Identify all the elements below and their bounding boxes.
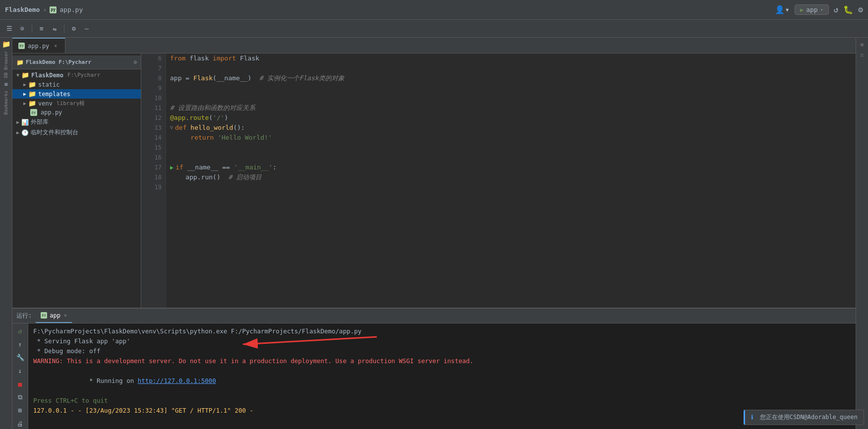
kw-if-17: if bbox=[175, 162, 183, 172]
indent-18: app.run() bbox=[170, 172, 228, 182]
tab-label: app.py bbox=[28, 43, 49, 50]
tab-file-icon: py bbox=[18, 43, 25, 49]
kw-def-13: def bbox=[175, 123, 186, 133]
toolbar-list2-icon[interactable]: ⇌ bbox=[49, 23, 60, 34]
tree-item-templates[interactable]: ▶ 📁 templates bbox=[12, 89, 141, 99]
bottom-content: ↺ ↑ 🔧 ↓ ■ ⧉ ⊞ 🖨 F:\PycharmProjects\Flask… bbox=[12, 323, 856, 429]
user-icon[interactable]: 👤▾ bbox=[775, 5, 790, 14]
terminal-line-4: WARNING: This is a development server. D… bbox=[33, 356, 851, 366]
sp-2: Flask bbox=[236, 54, 259, 63]
comment-18: # 启动项目 bbox=[228, 172, 262, 182]
tree-item-static[interactable]: ▶ 📁 static bbox=[12, 80, 141, 89]
title-bar-left: FlaskDemo › py app.py bbox=[5, 6, 83, 13]
db-browser-label[interactable]: DB Browser bbox=[3, 51, 8, 78]
sp-1: flask bbox=[185, 54, 213, 63]
bottom-tab-app[interactable]: py app × bbox=[36, 309, 72, 323]
refresh-icon[interactable]: ↺ bbox=[834, 5, 839, 14]
tree-item-apppy[interactable]: py app.py bbox=[12, 108, 141, 117]
terminal-area[interactable]: F:\PycharmProjects\FlaskDemo\venv\Script… bbox=[28, 323, 856, 429]
ln-7: 7 bbox=[145, 63, 162, 73]
toolbar-list-icon[interactable]: ≡ bbox=[36, 23, 47, 34]
tree-root-label: FlaskDemo F:\Pycharr bbox=[26, 59, 91, 65]
print-icon[interactable]: 🖨 bbox=[15, 419, 26, 429]
tree-item-venv[interactable]: ▶ 📁 venv library根 bbox=[12, 99, 141, 108]
external-icon: 📊 bbox=[21, 119, 29, 126]
title-bar: FlaskDemo › py app.py 👤▾ ▶ app ▾ ↺ 🐛 ⚙ bbox=[0, 0, 868, 20]
run-config[interactable]: ▶ app ▾ bbox=[795, 4, 829, 15]
terminal-line-7: 127.0.0.1 - - [23/Aug/2023 15:32:43] "GE… bbox=[33, 406, 851, 416]
sp-17b: : bbox=[273, 162, 277, 172]
line-numbers: 6 7 8 9 10 11 12 13 14 15 16 17 bbox=[141, 54, 166, 308]
ln-11: 11 bbox=[145, 103, 162, 113]
stop-icon[interactable]: ■ bbox=[15, 379, 26, 389]
ln-13: 13 bbox=[145, 123, 162, 133]
code-line-6: from flask import Flask bbox=[170, 54, 856, 63]
external-label: 外部库 bbox=[31, 118, 49, 126]
venv-chevron: ▶ bbox=[23, 101, 26, 106]
bottom-notification[interactable]: ℹ 您正在使用CSDN@Adorable_queen bbox=[744, 410, 864, 425]
tree-root[interactable]: ▼ 📁 FlaskDemo F:\Pycharr bbox=[12, 70, 141, 80]
code-line-7 bbox=[170, 63, 856, 73]
code-line-12: @app.route('/') bbox=[170, 113, 856, 123]
code-lines[interactable]: from flask import Flask app = Flask(__na… bbox=[166, 54, 856, 308]
project-icon[interactable]: 📁 bbox=[2, 40, 10, 48]
root-label: FlaskDemo bbox=[31, 72, 63, 79]
project-name[interactable]: FlaskDemo bbox=[5, 6, 40, 13]
code-line-14: ▽ return 'Hello World!' bbox=[170, 133, 856, 143]
restart-icon[interactable]: ↺ bbox=[15, 326, 26, 336]
tree-header: 📁 FlaskDemo F:\Pycharr ⚙ bbox=[12, 55, 141, 69]
right-strip-icon2[interactable]: ∷ bbox=[861, 52, 864, 58]
bookmarks-label[interactable]: Bookmarks bbox=[3, 91, 8, 115]
venv-folder-icon: 📁 bbox=[28, 100, 36, 107]
toolbar-target-icon[interactable]: ⊙ bbox=[17, 23, 28, 34]
bottom-tab-run-label: 运行: bbox=[16, 312, 32, 320]
tree-header-icons: ⚙ bbox=[133, 59, 137, 65]
file-tree: 📁 FlaskDemo F:\Pycharr ⚙ ▼ 📁 FlaskDemo F… bbox=[12, 54, 141, 308]
toolbar: ☰ ⊙ ≡ ⇌ ⚙ — bbox=[0, 20, 868, 38]
toolbar-minimize-icon[interactable]: — bbox=[81, 23, 92, 34]
run-marker-17[interactable]: ▶ bbox=[170, 162, 174, 172]
tree-item-external[interactable]: ▶ 📊 外部库 bbox=[12, 117, 141, 127]
bottom-sidebar: ↺ ↑ 🔧 ↓ ■ ⧉ ⊞ 🖨 bbox=[12, 323, 28, 429]
code-line-18: app.run() # 启动项目 bbox=[170, 172, 856, 182]
scroll-up-icon[interactable]: ↑ bbox=[15, 339, 26, 350]
structure-icon[interactable]: ≡ bbox=[4, 81, 7, 88]
tab-close-button[interactable]: × bbox=[52, 43, 59, 50]
editor-area: 6 7 8 9 10 11 12 13 14 15 16 17 bbox=[141, 54, 856, 308]
terminal-icon[interactable]: ⧉ bbox=[15, 392, 26, 403]
toolbar-menu-icon[interactable]: ☰ bbox=[4, 23, 15, 34]
running-on-label: * Running on bbox=[85, 377, 137, 384]
root-path: F:\Pycharr bbox=[67, 72, 100, 78]
toolbar-settings-icon[interactable]: ⚙ bbox=[68, 23, 79, 34]
terminal-line-2: * Serving Flask app 'app' bbox=[33, 336, 851, 346]
tab-app-py[interactable]: py app.py × bbox=[12, 38, 65, 53]
outer-layout: 📁 DB Browser ≡ Bookmarks py app.py × 📁 F bbox=[0, 38, 868, 429]
pin-icon[interactable]: ⊞ bbox=[15, 406, 26, 416]
python-file-icon-title: py bbox=[50, 6, 57, 13]
breadcrumb-separator: › bbox=[43, 6, 47, 13]
tree-header-icon: 📁 bbox=[16, 59, 24, 66]
server-url[interactable]: http://127.0.0.1:5000 bbox=[138, 377, 216, 384]
toolbar-separator2 bbox=[64, 24, 64, 33]
settings-icon-title[interactable]: ⚙ bbox=[858, 5, 863, 14]
temp-icon: 🕐 bbox=[21, 129, 29, 136]
fold-13[interactable]: ▽ bbox=[170, 123, 173, 133]
tree-item-temp[interactable]: ▶ 🕐 临时文件和控制台 bbox=[12, 127, 141, 138]
file-icon-title: py bbox=[50, 6, 57, 13]
code-line-19 bbox=[170, 182, 856, 192]
bottom-panel: 运行: py app × ↺ ↑ 🔧 ↓ ■ ⧉ bbox=[12, 308, 856, 429]
sp-14 bbox=[214, 133, 218, 143]
right-panel-strip: ≡ ∷ bbox=[856, 38, 868, 429]
str-17: '__main__' bbox=[234, 162, 273, 172]
scroll-down-icon[interactable]: ↓ bbox=[15, 366, 26, 376]
wrench-icon[interactable]: 🔧 bbox=[15, 353, 26, 363]
apppy-label: app.py bbox=[41, 109, 62, 116]
right-strip-icon1[interactable]: ≡ bbox=[861, 42, 864, 48]
static-folder-icon: 📁 bbox=[28, 81, 36, 88]
terminal-line-3: * Debug mode: off bbox=[33, 346, 851, 356]
bottom-tab-close[interactable]: × bbox=[64, 313, 67, 318]
debug-icon[interactable]: 🐛 bbox=[843, 5, 853, 14]
code-line-15 bbox=[170, 143, 856, 153]
ln-14: 14 bbox=[145, 133, 162, 143]
tree-sort-icon[interactable]: ⚙ bbox=[133, 59, 137, 65]
